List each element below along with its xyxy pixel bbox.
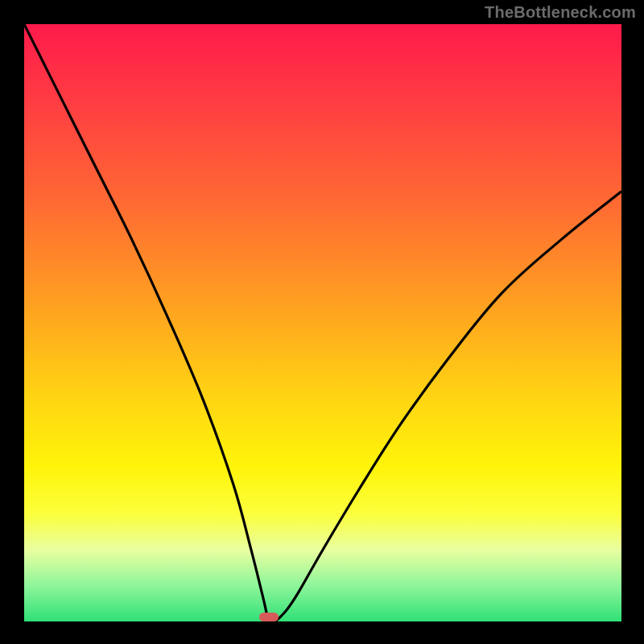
dip-marker xyxy=(259,613,279,621)
bottleneck-curve xyxy=(24,24,621,621)
plot-area xyxy=(24,24,621,621)
curve-layer xyxy=(24,24,621,621)
attribution-text: TheBottleneck.com xyxy=(485,3,636,22)
chart-frame: TheBottleneck.com xyxy=(0,0,644,644)
